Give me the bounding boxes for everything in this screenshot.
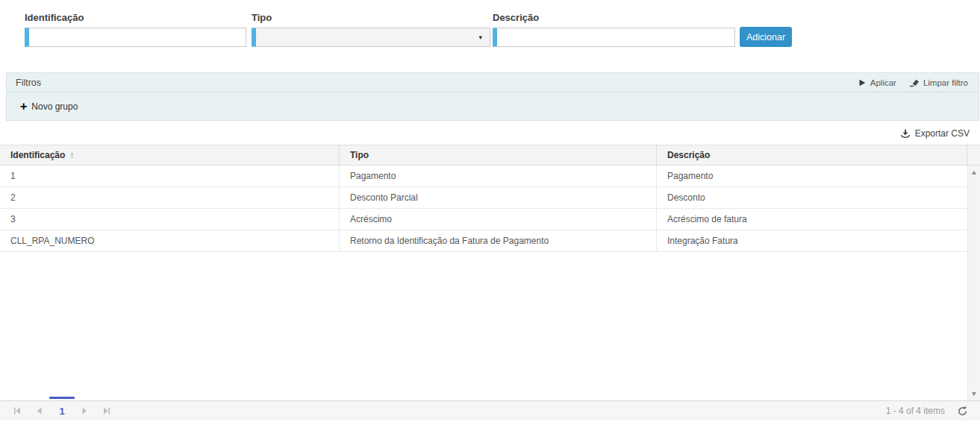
filters-header: Filtros Aplicar Limpar filtro xyxy=(7,73,979,92)
new-group-label: Novo grupo xyxy=(31,101,78,112)
first-page-button[interactable] xyxy=(6,403,28,419)
cell-tipo: Acréscimo xyxy=(340,209,657,230)
filters-panel: Filtros Aplicar Limpar filtro + xyxy=(6,72,979,121)
grid-header: Identificação ↑ Tipo Descrição xyxy=(0,145,980,166)
play-icon xyxy=(858,78,867,87)
apply-filter-button[interactable]: Aplicar xyxy=(858,78,896,87)
tipo-field-group: Tipo ▾ xyxy=(252,12,490,47)
header-scrollbar-spacer xyxy=(967,145,980,165)
vertical-scrollbar[interactable] xyxy=(967,166,980,400)
filters-title: Filtros xyxy=(16,78,41,88)
identificacao-input[interactable] xyxy=(25,28,246,47)
pager-right: 1 - 4 of 4 items xyxy=(886,406,968,417)
table-row[interactable]: CLL_RPA_NUMERO Retorno da Identificação … xyxy=(0,230,967,252)
adicionar-button[interactable]: Adicionar xyxy=(740,27,792,47)
identificacao-field-group: Identificação xyxy=(25,12,246,47)
refresh-button[interactable] xyxy=(957,406,968,417)
table-row[interactable]: 2 Desconto Parcial Desconto xyxy=(0,187,967,209)
filters-actions: Aplicar Limpar filtro xyxy=(858,78,968,87)
eraser-icon xyxy=(910,78,920,87)
triangle-down-icon xyxy=(972,392,976,396)
current-page-label: 1 xyxy=(59,406,64,417)
apply-filter-label: Aplicar xyxy=(870,78,896,87)
items-count-label: 1 - 4 of 4 items xyxy=(886,406,945,416)
cell-descricao: Acréscimo de fatura xyxy=(657,209,967,230)
tipo-label: Tipo xyxy=(252,12,490,23)
pager-nav: 1 xyxy=(6,403,118,419)
grid-body: 1 Pagamento Pagamento 2 Desconto Parcial… xyxy=(0,166,980,400)
cell-descricao: Pagamento xyxy=(657,166,967,186)
triangle-up-icon xyxy=(972,171,976,174)
column-header-tipo[interactable]: Tipo xyxy=(340,145,657,165)
cell-identificacao: 1 xyxy=(0,166,340,186)
tipo-select[interactable]: ▾ xyxy=(252,28,490,47)
export-csv-label: Exportar CSV xyxy=(915,128,970,139)
cell-identificacao: 3 xyxy=(0,209,340,230)
page-1-button[interactable]: 1 xyxy=(52,406,72,417)
export-csv-button[interactable]: Exportar CSV xyxy=(900,128,970,139)
clear-filter-button[interactable]: Limpar filtro xyxy=(910,78,968,87)
cell-tipo: Desconto Parcial xyxy=(340,187,657,208)
table-row[interactable]: 3 Acréscimo Acréscimo de fatura xyxy=(0,209,967,230)
column-header-identificacao[interactable]: Identificação ↑ xyxy=(0,145,340,165)
add-record-form: Identificação Tipo ▾ Descrição Adicionar xyxy=(0,0,980,47)
grid-pager: 1 1 - 4 of 4 items xyxy=(0,400,980,421)
cell-identificacao: 2 xyxy=(0,187,340,208)
cell-descricao: Desconto xyxy=(657,187,967,208)
chevron-down-icon: ▾ xyxy=(478,34,485,41)
clear-filter-label: Limpar filtro xyxy=(923,78,968,87)
scrollbar-down-button[interactable] xyxy=(968,388,980,400)
column-header-descricao-label: Descrição xyxy=(667,150,710,160)
cell-tipo: Pagamento xyxy=(340,166,657,186)
column-header-identificacao-label: Identificação xyxy=(10,150,65,160)
download-icon xyxy=(900,129,911,139)
scrollbar-up-button[interactable] xyxy=(968,166,980,178)
descricao-input[interactable] xyxy=(493,28,735,47)
cell-tipo: Retorno da Identificação da Fatura de Pa… xyxy=(340,230,657,251)
next-page-button[interactable] xyxy=(73,403,96,419)
filters-body: + Novo grupo xyxy=(7,92,979,120)
plus-icon: + xyxy=(20,101,27,113)
previous-page-button[interactable] xyxy=(28,403,51,419)
descricao-field-group: Descrição xyxy=(493,12,735,47)
last-page-button[interactable] xyxy=(96,403,118,419)
export-row: Exportar CSV xyxy=(0,121,980,145)
new-group-button[interactable]: + Novo grupo xyxy=(20,101,78,113)
data-grid: Identificação ↑ Tipo Descrição 1 Pagamen… xyxy=(0,145,980,421)
sort-asc-icon: ↑ xyxy=(69,150,74,160)
identificacao-label: Identificação xyxy=(25,12,246,23)
descricao-label: Descrição xyxy=(493,12,735,23)
cell-identificacao: CLL_RPA_NUMERO xyxy=(0,230,340,251)
current-page-indicator xyxy=(49,397,75,399)
cell-descricao: Integração Fatura xyxy=(657,230,967,251)
table-row[interactable]: 1 Pagamento Pagamento xyxy=(0,166,967,187)
column-header-descricao[interactable]: Descrição xyxy=(657,145,967,165)
column-header-tipo-label: Tipo xyxy=(350,150,369,160)
